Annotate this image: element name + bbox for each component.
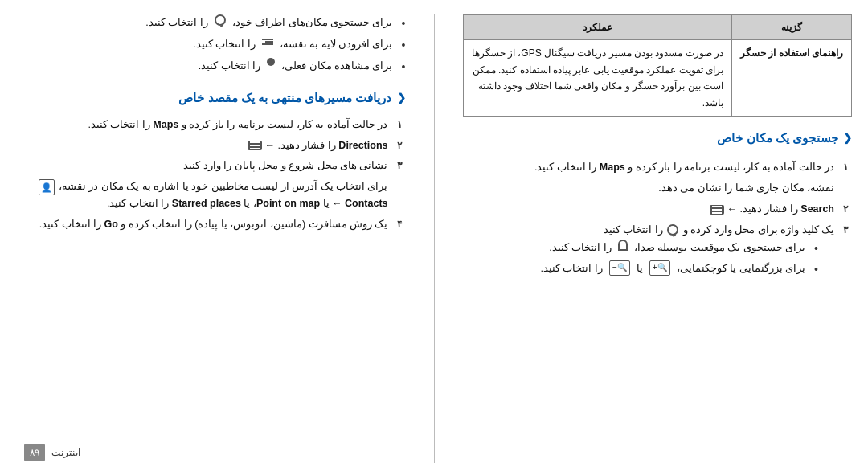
step3-sublist: برای جستجوی یک موقعیت بوسیله صدا، را انت… [463,240,819,279]
list-item: ۳ یک کلید واژه برای محل وارد کرده و را ا… [463,222,853,282]
footer-text: اینترنت [51,444,80,461]
list-item: برای مشاهده مکان فعلی، را انتخاب کنید. [16,58,406,76]
info-table: گزینه عملکرد راهنمای استفاده از حسگر در … [463,14,853,117]
left-steps-list: ۱ در حالت آماده به کار، لیست برنامه را ب… [16,117,406,237]
right-section-heading: جستجوی یک مکان خاص [463,128,853,149]
list-item: ۲ Directions را فشار دهید. ← [16,137,406,154]
left-section-heading: دریافت مسیرهای منتهی به یک مقصد خاص [16,88,406,109]
table-col2-header: عملکرد [463,15,731,40]
table-row-label: راهنمای استفاده از حسگر [731,40,851,117]
list-item: ۳ نشانی های محل شروع و محل پایان را وارد… [16,158,406,174]
page-number: ۸۹ [24,444,45,461]
list-item: برای جستجوی یک موقعیت بوسیله صدا، را انت… [463,240,819,258]
right-steps-list: ۱ در حالت آماده به کار، لیست برنامه را ب… [463,159,853,285]
table-row-content: در صورت مسدود بودن مسیر دریافت سیگنال GP… [463,40,731,117]
list-item: نقشه، مکان جاری شما را نشان می دهد. [463,180,853,197]
left-column: برای جستجوی مکان‌های اطراف خود، را انتخا… [16,14,406,463]
list-item: برای انتخاب یک آدرس از لیست مخاطبین خود … [16,178,406,211]
list-item: ۱ در حالت آماده به کار، لیست برنامه را ب… [16,117,406,133]
list-item: برای جستجوی مکان‌های اطراف خود، را انتخا… [16,14,406,33]
right-column: گزینه عملکرد راهنمای استفاده از حسگر در … [463,14,853,463]
top-bullet-list: برای جستجوی مکان‌های اطراف خود، را انتخا… [16,14,406,80]
page-container: گزینه عملکرد راهنمای استفاده از حسگر در … [0,0,868,471]
list-item: ۱ در حالت آماده به کار، لیست برنامه را ب… [463,159,853,176]
table-col1-header: گزینه [731,15,851,40]
page-footer: ۸۹ اینترنت [24,444,80,461]
list-item: ۲ Search را فشار دهید. ← [463,201,853,218]
list-item: ۴ یک روش مسافرت (ماشین، اتوبوس، یا پیاده… [16,216,406,233]
column-divider [434,14,435,463]
list-item: برای بزرگنمایی یا کوچکنمایی، 🔍+ یا 🔍− را… [463,260,819,279]
list-item: برای افزودن لایه به نقشه، را انتخاب کنید… [16,36,406,55]
